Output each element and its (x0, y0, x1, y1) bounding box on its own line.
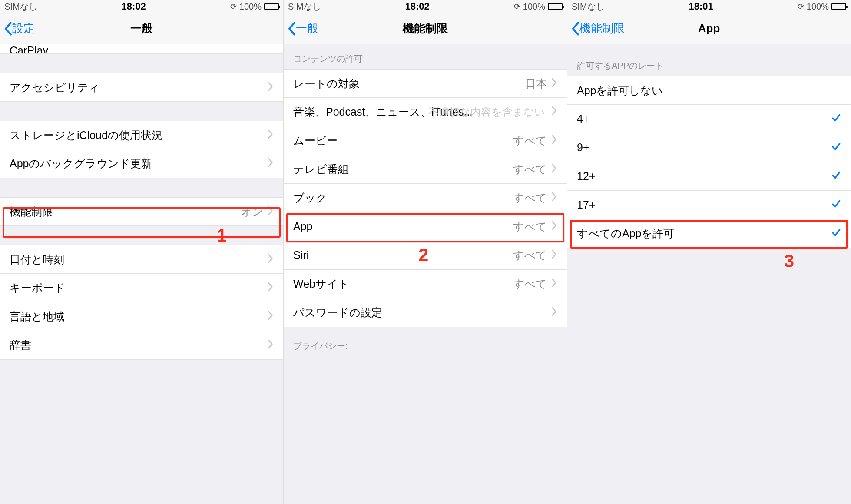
battery-icon (264, 3, 279, 10)
battery-percent: 100% (807, 2, 829, 12)
orientation-lock-icon: ⟳ (514, 2, 520, 11)
chevron-left-icon (571, 21, 579, 36)
cell-carplay-partial[interactable]: CarPlay (0, 44, 283, 54)
chevron-left-icon (287, 21, 296, 36)
back-button[interactable]: 一般 (284, 21, 318, 36)
orientation-lock-icon: ⟳ (798, 2, 804, 11)
cell-label: 言語と地域 (10, 309, 268, 324)
content: 許可するAPPのレート Appを許可しない 4+ 9+ 12+ 17+ すべての… (567, 44, 851, 504)
cell-label: Appを許可しない (577, 83, 841, 98)
chevron-right-icon (551, 306, 557, 319)
back-label: 一般 (296, 21, 318, 36)
chevron-right-icon (268, 81, 274, 94)
cell-label: レートの対象 (293, 76, 525, 91)
cell-websites[interactable]: Webサイト すべて (284, 270, 567, 298)
cell-app[interactable]: App すべて (284, 212, 567, 241)
chevron-right-icon (551, 192, 557, 204)
cell-keyboard[interactable]: キーボード (0, 274, 283, 302)
chevron-right-icon (551, 249, 557, 262)
cell-background-refresh[interactable]: Appのバックグラウンド更新 (0, 149, 283, 178)
cell-date-time[interactable]: 日付と時刻 (0, 245, 283, 274)
battery-icon (831, 3, 846, 10)
section-header-privacy: プライバシー: (284, 327, 567, 356)
cell-value: 日本 (525, 76, 547, 91)
cell-storage-icloud[interactable]: ストレージとiCloudの使用状況 (0, 121, 283, 149)
carrier-text: SIMなし (572, 1, 605, 13)
cell-dictionary[interactable]: 辞書 (0, 331, 283, 360)
cell-17plus[interactable]: 17+ (567, 191, 851, 219)
cell-value: すべて (513, 219, 547, 234)
content: コンテンツの許可: レートの対象 日本 音楽、Podcast、ニュース、iTun… (284, 44, 567, 504)
check-icon (831, 113, 841, 125)
back-label: 設定 (12, 21, 35, 36)
cell-label: テレビ番組 (293, 162, 513, 176)
cell-value: すべて (513, 133, 547, 148)
cell-rating-region[interactable]: レートの対象 日本 (284, 69, 567, 98)
cell-label: 9+ (577, 141, 831, 154)
nav-bar: 一般 機能制限 (284, 13, 567, 44)
battery-percent: 100% (523, 2, 545, 12)
cell-language-region[interactable]: 言語と地域 (0, 302, 283, 331)
check-icon (831, 141, 841, 154)
cell-label: 辞書 (10, 338, 268, 352)
step-number: 2 (418, 245, 428, 265)
chevron-right-icon (268, 282, 274, 294)
battery-icon (548, 3, 563, 10)
chevron-right-icon (268, 339, 274, 351)
step-number: 1 (217, 225, 227, 246)
cell-label: 4+ (577, 113, 831, 125)
cell-label: 12+ (577, 170, 831, 182)
battery-percent: 100% (239, 2, 262, 12)
back-label: 機能制限 (579, 21, 625, 36)
cell-label: 機能制限 (10, 205, 241, 219)
carrier-text: SIMなし (4, 1, 37, 13)
chevron-right-icon (268, 253, 274, 266)
cell-4plus[interactable]: 4+ (567, 105, 851, 133)
cell-9plus[interactable]: 9+ (567, 133, 851, 162)
cell-siri[interactable]: Siri 2 すべて (284, 241, 567, 270)
orientation-lock-icon: ⟳ (230, 2, 237, 11)
nav-title: 一般 (0, 21, 283, 36)
cell-allow-all[interactable]: すべてのAppを許可 (567, 219, 851, 248)
cell-value: 不適切な内容を含まない (428, 105, 545, 119)
chevron-left-icon (3, 21, 12, 36)
status-time: 18:02 (122, 1, 146, 12)
nav-bar: 機能制限 App (567, 13, 851, 44)
cell-label: Siri (293, 249, 513, 262)
cell-value: オン (241, 205, 263, 219)
cell-books[interactable]: ブック すべて (284, 184, 567, 212)
cell-label: 日付と時刻 (10, 252, 268, 267)
check-icon (831, 199, 841, 211)
nav-title: 機能制限 (284, 21, 567, 36)
chevron-right-icon (551, 106, 557, 118)
cell-label: キーボード (10, 281, 268, 295)
chevron-right-icon (551, 163, 557, 176)
cell-value: すべて (513, 191, 547, 205)
cell-restrictions[interactable]: 機能制限 オン (0, 197, 283, 226)
cell-value: すべて (513, 248, 547, 262)
cell-label: App (293, 220, 513, 233)
content: CarPlay アクセシビリティ ストレージとiCloudの使用状況 Appのバ… (0, 44, 283, 504)
screen-app-ratings: SIMなし 18:01 ⟳ 100% 機能制限 App 許可するAPPのレート … (567, 0, 851, 504)
cell-movies[interactable]: ムービー すべて (284, 126, 567, 155)
chevron-right-icon (268, 129, 274, 142)
cell-tv-shows[interactable]: テレビ番組 すべて (284, 155, 567, 184)
status-bar: SIMなし 18:01 ⟳ 100% (567, 0, 851, 13)
screen-general: SIMなし 18:02 ⟳ 100% 設定 一般 CarPlay アクセシビリテ… (0, 0, 284, 504)
cell-12plus[interactable]: 12+ (567, 162, 851, 191)
check-icon (831, 170, 841, 182)
section-header-allowed-rate: 許可するAPPのレート (567, 44, 851, 76)
cell-label: Webサイト (293, 277, 513, 291)
status-bar: SIMなし 18:02 ⟳ 100% (284, 0, 567, 13)
cell-music-podcast[interactable]: 音楽、Podcast、ニュース、iTunes... 不適切な内容を含まない (284, 98, 567, 126)
cell-allow-none[interactable]: Appを許可しない (567, 76, 851, 105)
back-button[interactable]: 設定 (0, 21, 35, 36)
chevron-right-icon (551, 77, 557, 90)
cell-label: CarPlay (10, 44, 48, 54)
cell-accessibility[interactable]: アクセシビリティ (0, 73, 283, 102)
cell-password-settings[interactable]: パスワードの設定 (284, 298, 567, 327)
chevron-right-icon (268, 310, 274, 323)
back-button[interactable]: 機能制限 (567, 21, 625, 36)
cell-value: すべて (513, 162, 547, 176)
chevron-right-icon (551, 134, 557, 147)
